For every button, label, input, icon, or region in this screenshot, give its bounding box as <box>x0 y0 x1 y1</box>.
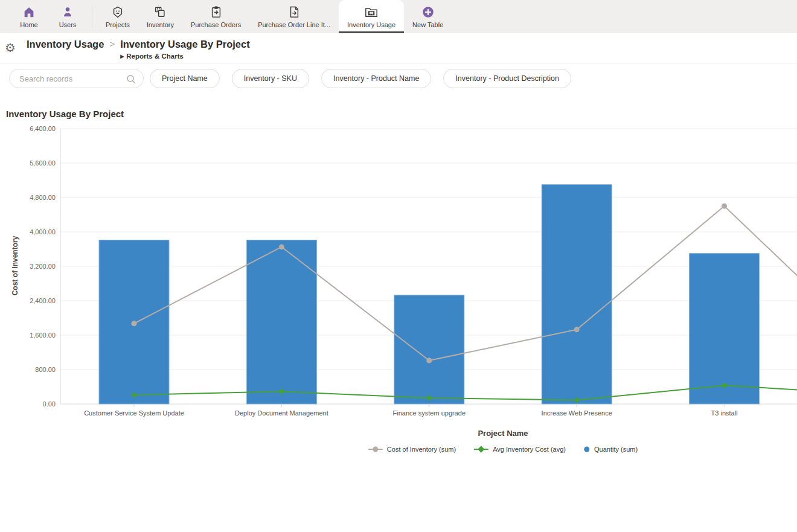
nav-divider <box>92 6 92 27</box>
bar-deploy-document-management[interactable] <box>246 240 316 404</box>
home-icon <box>22 5 36 19</box>
nav-tab-users[interactable]: Users <box>48 0 87 33</box>
circle-marker[interactable] <box>426 358 432 364</box>
legend-item-cost-of-inventory-sum[interactable]: Cost of Inventory (sum) <box>368 446 456 453</box>
y-tick-label: 6,400.00 <box>30 125 56 132</box>
projects-icon <box>111 5 124 19</box>
y-tick-label: 1,600.00 <box>30 332 56 339</box>
nav-tab-inventory-usage[interactable]: Inventory Usage <box>339 0 404 33</box>
nav-tab-label: Projects <box>106 21 130 28</box>
legend-diamond-icon <box>474 446 488 452</box>
nav-tab-label: Inventory Usage <box>347 21 395 28</box>
y-tick-label: 4,800.00 <box>30 194 56 201</box>
settings-gear-icon[interactable]: ⚙ <box>5 40 16 55</box>
search-icon <box>126 74 136 84</box>
x-axis-title: Project Name <box>478 429 528 438</box>
report-toolbar: ⚙ Inventory Usage > Inventory Usage By P… <box>0 33 797 63</box>
legend-circle-icon <box>368 446 383 452</box>
chart-plot-area[interactable]: 0.00800.001,600.002,400.003,200.004,000.… <box>0 124 797 426</box>
circle-marker[interactable] <box>279 244 284 249</box>
search-input[interactable] <box>10 69 143 88</box>
field-chip-list: Project NameInventory - SKUInventory - P… <box>150 69 571 88</box>
circle-marker[interactable] <box>132 321 137 326</box>
legend-dot-icon <box>584 446 590 452</box>
nav-tab-label: Purchase Order Line It... <box>258 21 330 28</box>
bar-finance-system-upgrade[interactable] <box>394 295 464 404</box>
app-table-bar: Home Users Projects Inventory Purchase O… <box>0 0 797 33</box>
caret-right-icon: ▶ <box>120 54 124 59</box>
legend-label: Cost of Inventory (sum) <box>387 446 456 453</box>
nav-tab-inventory[interactable]: Inventory <box>138 0 182 33</box>
purchase-order-line-items-icon <box>287 5 301 19</box>
y-tick-label: 4,000.00 <box>30 228 56 236</box>
x-tick-label: Customer Service System Update <box>84 409 184 417</box>
reports-and-charts-menu[interactable]: ▶Reports & Charts <box>120 51 250 62</box>
nav-tab-projects[interactable]: Projects <box>97 0 138 33</box>
x-tick-label: Deploy Document Management <box>235 409 328 417</box>
chart-title: Inventory Usage By Project <box>6 109 124 119</box>
search-box <box>9 69 144 88</box>
legend-label: Quantity (sum) <box>594 446 638 453</box>
bar-t3-install[interactable] <box>690 254 760 404</box>
y-tick-label: 0.00 <box>43 400 56 408</box>
filter-chip-inventory-product-description[interactable]: Inventory - Product Description <box>443 69 571 88</box>
nav-tab-new-table[interactable]: New Table <box>404 0 452 33</box>
nav-tab-label: Users <box>59 21 77 28</box>
circle-marker[interactable] <box>722 204 727 209</box>
nav-tab-purchase-orders[interactable]: Purchase Orders <box>182 0 249 33</box>
filter-bar: Project NameInventory - SKUInventory - P… <box>0 63 797 94</box>
new-table-icon <box>421 5 435 19</box>
users-icon <box>61 5 74 19</box>
x-tick-label: Increase Web Presence <box>542 409 612 417</box>
legend-label: Avg Inventory Cost (avg) <box>493 446 566 453</box>
legend-item-quantity-sum[interactable]: Quantity (sum) <box>584 446 638 453</box>
chart-legend: Cost of Inventory (sum)Avg Inventory Cos… <box>368 446 638 453</box>
breadcrumb: Inventory Usage > Inventory Usage By Pro… <box>27 37 250 62</box>
circle-marker[interactable] <box>574 327 580 332</box>
page-title: Inventory Usage By Project <box>120 37 250 51</box>
y-tick-label: 3,200.00 <box>30 263 56 270</box>
nav-tab-label: Purchase Orders <box>191 21 241 28</box>
filter-chip-project-name[interactable]: Project Name <box>150 69 220 88</box>
nav-tab-label: Inventory <box>147 21 174 28</box>
breadcrumb-table-link[interactable]: Inventory Usage <box>27 37 104 51</box>
nav-tab-home[interactable]: Home <box>10 0 48 33</box>
inventory-icon <box>153 5 167 19</box>
purchase-orders-icon <box>210 5 223 19</box>
x-tick-label: T3 install <box>711 409 738 417</box>
y-tick-label: 2,400.00 <box>30 297 56 304</box>
inventory-usage-icon <box>364 5 379 19</box>
legend-item-avg-inventory-cost-avg[interactable]: Avg Inventory Cost (avg) <box>474 446 566 453</box>
breadcrumb-separator-icon: > <box>109 37 115 51</box>
nav-tab-purchase-order-line-it[interactable]: Purchase Order Line It... <box>249 0 339 33</box>
x-tick-label: Finance system upgrade <box>393 409 466 417</box>
y-tick-label: 5,600.00 <box>30 159 56 167</box>
nav-tab-label: Home <box>20 21 37 28</box>
filter-chip-inventory-sku[interactable]: Inventory - SKU <box>232 69 309 88</box>
filter-chip-inventory-product-name[interactable]: Inventory - Product Name <box>321 69 431 88</box>
y-tick-label: 800.00 <box>35 366 56 373</box>
nav-tab-label: New Table <box>412 21 443 28</box>
bar-increase-web-presence[interactable] <box>542 185 612 404</box>
